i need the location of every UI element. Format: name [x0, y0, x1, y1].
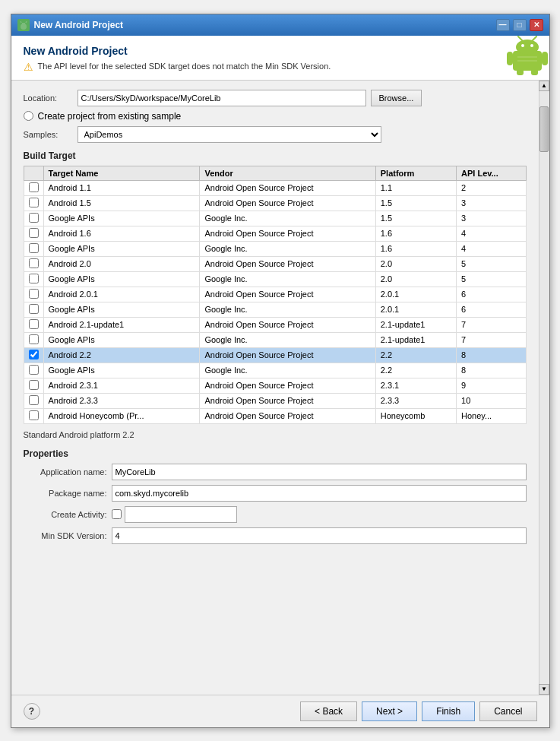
row-api: 5: [457, 271, 526, 287]
row-platform: 2.3.1: [375, 378, 456, 393]
row-platform: 2.2: [375, 363, 456, 378]
table-row[interactable]: Android 2.0.1 Android Open Source Projec…: [24, 287, 526, 302]
package-name-input[interactable]: [112, 485, 527, 502]
row-api: 8: [457, 347, 526, 363]
activity-name-input[interactable]: [125, 506, 237, 523]
row-checkbox[interactable]: [29, 365, 39, 375]
table-row[interactable]: Android 2.2 Android Open Source Project …: [24, 347, 526, 363]
row-checkbox[interactable]: [29, 304, 39, 314]
row-checkbox[interactable]: [29, 380, 39, 390]
row-checkbox[interactable]: [29, 350, 39, 359]
table-row[interactable]: Android Honeycomb (Pr... Android Open So…: [24, 408, 526, 423]
row-api: 6: [457, 287, 526, 302]
row-target-name: Android 2.0: [43, 256, 200, 271]
maximize-button[interactable]: □: [513, 19, 527, 31]
col-vendor: Vendor: [200, 166, 375, 180]
row-vendor: Android Open Source Project: [200, 378, 375, 393]
row-target-name: Google APIs: [43, 363, 200, 378]
row-platform: 2.0.1: [375, 302, 456, 317]
close-button[interactable]: ✕: [530, 19, 543, 31]
row-checkbox[interactable]: [29, 334, 39, 344]
row-vendor: Android Open Source Project: [200, 408, 375, 423]
row-api: 5: [457, 256, 526, 271]
row-platform: 1.1: [375, 180, 456, 195]
finish-button[interactable]: Finish: [422, 701, 475, 721]
table-row[interactable]: Android 1.1 Android Open Source Project …: [24, 180, 526, 195]
row-platform: 2.3.3: [375, 393, 456, 408]
row-checkbox[interactable]: [29, 410, 39, 420]
table-row[interactable]: Android 2.0 Android Open Source Project …: [24, 256, 526, 271]
table-row[interactable]: Google APIs Google Inc. 2.2 8: [24, 363, 526, 378]
properties-section: Properties Application name: Package nam…: [24, 448, 527, 544]
scroll-up-button[interactable]: ▲: [539, 81, 549, 91]
properties-header: Properties: [24, 448, 527, 459]
create-activity-label: Create Activity:: [24, 510, 107, 519]
svg-rect-10: [507, 52, 513, 65]
help-button[interactable]: ?: [24, 703, 40, 720]
row-target-name: Google APIs: [43, 241, 200, 256]
row-target-name: Android 1.5: [43, 195, 200, 211]
scrollbar-thumb[interactable]: [539, 106, 549, 152]
min-sdk-input[interactable]: [112, 527, 527, 544]
warning-icon: ⚠: [24, 62, 33, 72]
svg-line-9: [533, 36, 536, 40]
row-checkbox[interactable]: [29, 289, 39, 299]
row-platform: 2.0: [375, 271, 456, 287]
content-area: New Android Project ⚠ The API level for …: [11, 36, 549, 727]
window-title: New Android Project: [34, 20, 124, 30]
samples-select[interactable]: ApiDemos: [78, 126, 381, 143]
row-checkbox-cell: [24, 393, 43, 408]
table-row[interactable]: Google APIs Google Inc. 2.0.1 6: [24, 302, 526, 317]
row-api: 7: [457, 332, 526, 347]
row-checkbox-cell: [24, 211, 43, 226]
row-target-name: Android 2.3.3: [43, 393, 200, 408]
cancel-button[interactable]: Cancel: [479, 701, 536, 721]
row-platform: Honeycomb: [375, 408, 456, 423]
row-target-name: Google APIs: [43, 332, 200, 347]
row-checkbox[interactable]: [29, 243, 39, 253]
table-row[interactable]: Android 1.6 Android Open Source Project …: [24, 226, 526, 241]
table-row[interactable]: Android 2.3.1 Android Open Source Projec…: [24, 378, 526, 393]
create-from-sample-row: Create project from existing sample: [24, 111, 527, 122]
table-row[interactable]: Google APIs Google Inc. 2.1-update1 7: [24, 332, 526, 347]
samples-label: Samples:: [24, 130, 73, 139]
row-api: Honey...: [457, 408, 526, 423]
scroll-down-button[interactable]: ▼: [539, 684, 549, 695]
row-checkbox[interactable]: [29, 198, 39, 207]
row-checkbox[interactable]: [29, 395, 39, 405]
next-button[interactable]: Next >: [362, 701, 417, 721]
create-from-sample-radio[interactable]: [24, 111, 33, 121]
create-activity-checkbox[interactable]: [112, 509, 122, 519]
browse-button[interactable]: Browse...: [371, 90, 422, 106]
table-row[interactable]: Android 2.3.3 Android Open Source Projec…: [24, 393, 526, 408]
warning-row: ⚠ The API level for the selected SDK tar…: [24, 62, 537, 72]
row-target-name: Android Honeycomb (Pr...: [43, 408, 200, 423]
table-row[interactable]: Android 2.1-update1 Android Open Source …: [24, 317, 526, 332]
svg-point-6: [521, 44, 524, 47]
minimize-button[interactable]: —: [496, 19, 510, 31]
row-checkbox[interactable]: [29, 319, 39, 329]
row-target-name: Android 2.2: [43, 347, 200, 363]
row-api: 8: [457, 363, 526, 378]
row-checkbox-cell: [24, 180, 43, 195]
back-button[interactable]: < Back: [300, 701, 357, 721]
row-checkbox[interactable]: [29, 213, 39, 223]
create-activity-checkbox-group: [112, 506, 237, 523]
row-checkbox[interactable]: [29, 182, 39, 192]
row-checkbox-cell: [24, 226, 43, 241]
table-row[interactable]: Google APIs Google Inc. 1.5 3: [24, 211, 526, 226]
row-platform: 1.5: [375, 195, 456, 211]
table-row[interactable]: Google APIs Google Inc. 1.6 4: [24, 241, 526, 256]
table-row[interactable]: Android 1.5 Android Open Source Project …: [24, 195, 526, 211]
table-header-row: Target Name Vendor Platform API Lev...: [24, 166, 526, 180]
row-checkbox[interactable]: [29, 274, 39, 283]
app-name-input[interactable]: [112, 464, 527, 480]
table-row[interactable]: Google APIs Google Inc. 2.0 5: [24, 271, 526, 287]
location-input[interactable]: [78, 90, 366, 106]
row-checkbox[interactable]: [29, 258, 39, 268]
package-name-label: Package name:: [24, 489, 107, 498]
row-checkbox-cell: [24, 378, 43, 393]
main-window: New Android Project — □ ✕ New Android Pr…: [11, 14, 550, 728]
row-checkbox[interactable]: [29, 228, 39, 238]
row-vendor: Google Inc.: [200, 302, 375, 317]
